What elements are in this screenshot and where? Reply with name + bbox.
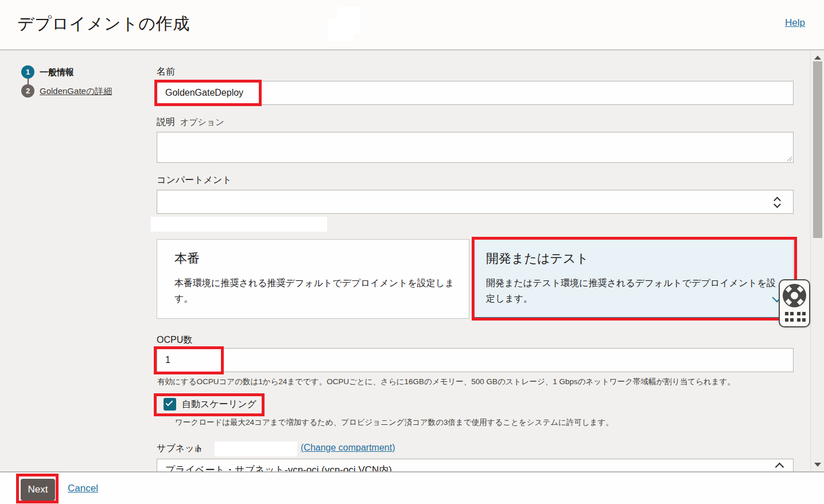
- redaction-patch: [151, 217, 327, 232]
- wizard-footer: Next Cancel: [0, 471, 824, 504]
- ocpu-count-input[interactable]: 1: [157, 348, 794, 372]
- grid-dots-icon: [785, 312, 788, 315]
- scroll-down-arrow-icon[interactable]: [814, 463, 821, 467]
- page-header: デプロイメントの作成 Help: [0, 0, 824, 50]
- chevron-up-down-icon: [774, 197, 782, 208]
- page-title: デプロイメントの作成: [17, 13, 189, 36]
- subnet-select[interactable]: プライベート・サブネット-vcn-oci (vcn-oci VCN内): [157, 459, 794, 471]
- compartment-label: コンパートメント: [157, 174, 232, 186]
- scroll-up-arrow-icon[interactable]: [814, 56, 821, 60]
- autoscaling-label: 自動スケーリング: [182, 398, 256, 411]
- create-deployment-page: デプロイメントの作成 Help 1 2 一般情報 GoldenGateの詳細 名…: [0, 0, 824, 504]
- subnet-in-label: in: [195, 445, 201, 454]
- redaction-patch: [215, 442, 297, 456]
- step-label-general-info: 一般情報: [40, 67, 74, 78]
- ocpu-help-text: 有効にするOCPUコアの数は1から24までです。OCPUごとに、さらに16GBの…: [157, 377, 797, 387]
- card-production-description: 本番環境に推奨される推奨デフォルトでデプロイメントを設定します。: [174, 275, 457, 306]
- description-label: 説明 オプション: [157, 116, 224, 128]
- vertical-scrollbar[interactable]: [810, 52, 824, 471]
- step-indicator-2: 2: [21, 84, 34, 97]
- name-label: 名前: [157, 66, 175, 78]
- name-input[interactable]: GoldenGateDeploy: [157, 81, 794, 105]
- card-dev-or-test-description: 開発またはテスト環境に推奨されるデフォルトでデプロイメントを設定します。: [486, 275, 780, 306]
- change-compartment-link[interactable]: (Change compartment): [301, 443, 395, 453]
- name-input-value: GoldenGateDeploy: [157, 88, 243, 97]
- check-icon: [166, 399, 173, 407]
- wizard-content: 1 2 一般情報 GoldenGateの詳細 名前 GoldenGateDepl…: [0, 52, 810, 471]
- step-label-goldengate-details[interactable]: GoldenGateの詳細: [40, 86, 112, 97]
- screen-capture-widget[interactable]: [779, 279, 810, 327]
- next-button[interactable]: Next: [21, 479, 55, 501]
- card-dev-or-test[interactable]: 開発またはテスト 開発またはテスト環境に推奨されるデフォルトでデプロイメントを設…: [474, 239, 794, 319]
- ocpu-count-value: 1: [157, 355, 170, 365]
- autoscaling-checkbox[interactable]: [164, 398, 176, 411]
- redaction-patch: [159, 193, 238, 212]
- redaction-patch: [328, 19, 353, 41]
- description-optional-label: オプション: [180, 117, 224, 127]
- card-dev-or-test-title: 開発またはテスト: [486, 250, 589, 267]
- cancel-link[interactable]: Cancel: [68, 483, 98, 494]
- card-production[interactable]: 本番 本番環境に推奨される推奨デフォルトでデプロイメントを設定します。: [157, 239, 469, 319]
- description-textarea[interactable]: [157, 132, 794, 163]
- textarea-resize-handle[interactable]: [786, 155, 792, 161]
- autoscaling-help-text: ワークロードは最大24コアまで増加するため、プロビジョニング済コア数の3倍まで使…: [175, 417, 810, 428]
- step-indicator-1: 1: [21, 65, 34, 79]
- subnet-select-value: プライベート・サブネット-vcn-oci (vcn-oci VCN内): [157, 459, 793, 471]
- compartment-select[interactable]: [157, 190, 794, 214]
- life-buoy-icon: [783, 284, 806, 307]
- card-production-title: 本番: [174, 250, 200, 267]
- scrollbar-thumb[interactable]: [813, 61, 822, 238]
- help-link[interactable]: Help: [785, 17, 805, 29]
- ocpu-count-label: OCPU数: [157, 334, 192, 346]
